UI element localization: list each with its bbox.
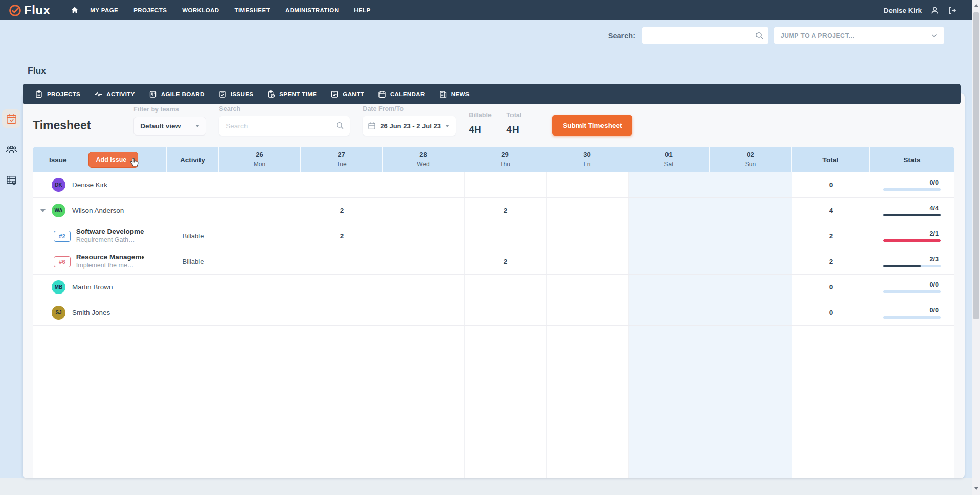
home-icon[interactable] [71,6,79,14]
topnav-item-projects[interactable]: PROJECTS [133,7,167,13]
timesheet-search-input[interactable] [219,116,350,136]
side-rail-workload-button[interactable] [2,171,20,189]
table-row-issue-2[interactable]: #2Software DevelopmentRequirement Gath…B… [33,223,954,249]
stats-cell: 0/0 [870,172,954,197]
day-cell-fri[interactable] [546,300,628,325]
day-cell-sun[interactable] [710,300,792,325]
day-cell-sat[interactable] [628,223,710,249]
day-cell-tue[interactable]: 2 [301,198,383,223]
tab-spent-time[interactable]: SPENT TIME [267,90,317,98]
day-name: Sun [745,160,756,169]
day-cell-thu[interactable] [464,275,546,300]
day-cell-thu[interactable] [464,223,546,249]
day-cell-sat[interactable] [628,249,710,274]
search-icon [336,121,344,130]
table-row-wilson-anderson[interactable]: WAWilson Anderson2244/4 [33,198,954,223]
topnav-item-my-page[interactable]: MY PAGE [90,7,118,13]
tab-issues[interactable]: ISSUES [218,90,254,98]
issue-cell: #2Software DevelopmentRequirement Gath… [33,223,167,249]
issue-id-badge[interactable]: #6 [54,256,71,267]
day-cell-wed[interactable] [383,249,464,274]
table-row-martin-brown[interactable]: MBMartin Brown00/0 [33,275,954,300]
day-cell-wed[interactable] [383,223,464,249]
teams-filter-select[interactable]: Default view [133,117,206,136]
chevron-down-icon [930,32,938,39]
row-total-cell: 2 [792,249,870,274]
user-icon[interactable] [930,6,939,15]
day-cell-wed[interactable] [383,198,464,223]
day-cell-fri[interactable] [546,223,628,249]
jump-to-project-dropdown[interactable]: JUMP TO A PROJECT... [774,27,944,44]
day-cell-mon[interactable] [219,172,301,197]
table-row-issue-6[interactable]: #6Resource ManagementImplement the me…Bi… [33,249,954,275]
day-cell-thu[interactable] [464,172,546,197]
day-cell-sat[interactable] [628,172,710,197]
day-cell-tue[interactable] [301,275,383,300]
date-range-value: 26 Jun 23 - 2 Jul 23 [380,122,441,130]
day-cell-fri[interactable] [546,198,628,223]
day-cell-sun[interactable] [710,275,792,300]
day-cell-wed[interactable] [383,172,464,197]
topnav-item-timesheet[interactable]: TIMESHEET [235,7,270,13]
day-cell-sun[interactable] [710,249,792,274]
day-cell-tue[interactable] [301,300,383,325]
row-total-cell: 4 [792,198,870,223]
day-cell-thu[interactable] [464,300,546,325]
workload-icon [6,174,17,186]
global-search-input[interactable] [642,27,768,44]
total-label: Total [506,111,533,119]
day-cell-sat[interactable] [628,198,710,223]
logout-icon[interactable] [948,6,956,15]
collapse-arrow-icon[interactable] [40,209,46,212]
day-cell-sun[interactable] [710,198,792,223]
add-issue-button[interactable]: Add Issue [88,152,139,168]
day-cell-thu[interactable]: 2 [464,249,546,274]
tab-news[interactable]: NEWS [439,90,470,98]
day-cell-mon[interactable] [219,275,301,300]
tab-gantt[interactable]: GANTT [330,90,364,98]
table-row-smith-jones[interactable]: SJSmith Jones00/0 [33,300,954,326]
tab-agile-board[interactable]: AGILE BOARD [149,90,205,98]
day-cell-tue[interactable]: 2 [301,223,383,249]
tab-activity[interactable]: ACTIVITY [94,90,135,98]
submit-timesheet-button[interactable]: Submit Timesheet [552,115,632,136]
day-cell-mon[interactable] [219,249,301,274]
flux-logo[interactable]: Flux [8,3,50,17]
issue-title[interactable]: Software Development [76,228,144,236]
day-cell-thu[interactable]: 2 [464,198,546,223]
day-cell-sun[interactable] [710,223,792,249]
topnav-item-administration[interactable]: ADMINISTRATION [285,7,339,13]
day-cell-mon[interactable] [219,198,301,223]
day-cell-fri[interactable] [546,172,628,197]
day-cell-sat[interactable] [628,275,710,300]
day-cell-sat[interactable] [628,300,710,325]
day-cell-sun[interactable] [710,172,792,197]
day-cell-mon[interactable] [219,300,301,325]
side-rail-teams-button[interactable] [2,140,20,159]
day-cell-fri[interactable] [546,275,628,300]
tab-projects[interactable]: PROJECTS [35,90,80,98]
scroll-up-arrow[interactable] [974,4,978,7]
day-cell-mon[interactable] [219,223,301,249]
day-cell-wed[interactable] [383,300,464,325]
date-range-picker[interactable]: 26 Jun 23 - 2 Jul 23 [363,116,456,136]
side-rail-timesheet-calendar-button[interactable] [2,109,20,128]
current-user-name[interactable]: Denise Kirk [884,7,922,14]
issue-title[interactable]: Resource Management [76,253,144,262]
day-number: 26 [256,150,263,160]
issue-id-badge[interactable]: #2 [54,231,71,242]
page-scrollbar[interactable] [972,0,980,495]
tab-label: ISSUES [231,91,254,97]
tab-calendar[interactable]: CALENDAR [378,90,425,98]
day-cell-tue[interactable] [301,172,383,197]
topnav-item-workload[interactable]: WORKLOAD [182,7,219,13]
scrollbar-thumb[interactable] [973,12,979,319]
table-row-denise-kirk[interactable]: DKDenise Kirk00/0 [33,172,954,198]
day-cell-tue[interactable] [301,249,383,274]
scroll-down-arrow[interactable] [974,487,978,490]
activity-cell [167,300,219,325]
day-cell-wed[interactable] [383,275,464,300]
day-cell-fri[interactable] [546,249,628,274]
topnav-item-help[interactable]: HELP [354,7,370,13]
projects-icon [35,90,43,98]
